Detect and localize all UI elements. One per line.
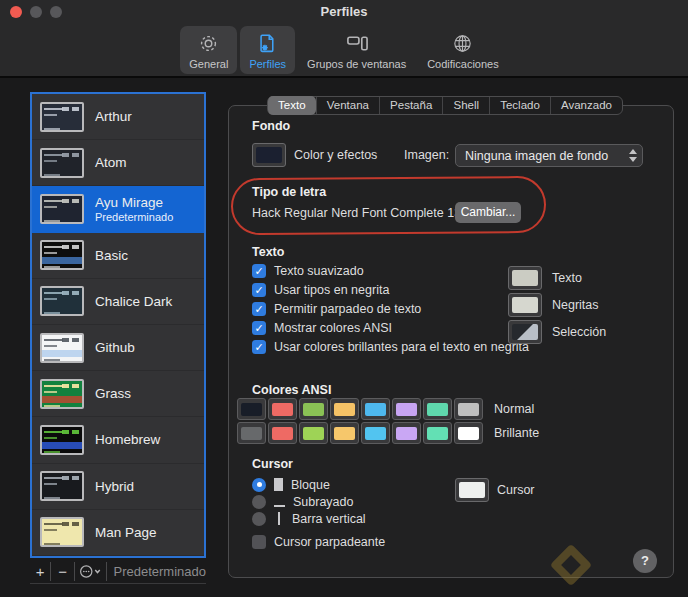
thumb-detail xyxy=(62,430,69,434)
thumb-detail xyxy=(44,246,63,248)
well-row-negritas: Negritas xyxy=(508,293,606,317)
window-title: Perfiles xyxy=(0,0,688,22)
thumb-detail xyxy=(72,245,79,249)
ansi-normal-color-6[interactable] xyxy=(423,398,452,420)
profile-document-icon xyxy=(256,31,279,57)
thumb-detail xyxy=(72,153,79,157)
thumb-detail xyxy=(44,154,63,156)
checkbox-label: Mostrar colores ANSI xyxy=(274,321,392,335)
checkbox-permitir-parpadeo-de-texto[interactable]: ✓ xyxy=(252,302,266,316)
tab-shell[interactable]: Shell xyxy=(442,97,489,114)
ansi-normal-color-2[interactable] xyxy=(299,398,328,420)
profile-row-text: Man Page xyxy=(95,525,157,540)
profile-thumbnail xyxy=(40,471,84,501)
checkbox-label: Permitir parpadeo de texto xyxy=(274,302,421,316)
radio-barra-vertical[interactable] xyxy=(252,512,266,526)
profile-row-text: Basic xyxy=(95,248,128,263)
profile-row-ayu-mirage[interactable]: Ayu MiragePredeterminado xyxy=(32,186,204,232)
ansi-brillante-color-3[interactable] xyxy=(330,422,359,444)
ansi-normal-color-7[interactable] xyxy=(454,398,483,420)
checkbox-cursor-parpadeante[interactable] xyxy=(252,535,266,549)
toolbar-item-label: General xyxy=(189,58,228,70)
profile-row-hybrid[interactable]: Hybrid xyxy=(32,464,204,510)
profile-thumbnail xyxy=(40,240,84,270)
ansi-normal-color-5[interactable] xyxy=(392,398,421,420)
checkbox-usar-colores-brillantes-para-el-texto-en-negrita[interactable]: ✓ xyxy=(252,340,266,354)
radio-label: Bloque xyxy=(291,478,330,492)
toolbar-item-codificaciones[interactable]: Codificaciones xyxy=(418,26,508,74)
ansi-brillante-color-7[interactable] xyxy=(454,422,483,444)
tab-avanzado[interactable]: Avanzado xyxy=(550,97,622,114)
ansi-brillante-color-4[interactable] xyxy=(361,422,390,444)
ansi-normal-color-0[interactable] xyxy=(237,398,266,420)
checkbox-label: Cursor parpadeante xyxy=(274,535,385,549)
profile-row-chalice-dark[interactable]: Chalice Dark xyxy=(32,279,204,325)
checkbox-usar-tipos-en-negrita[interactable]: ✓ xyxy=(252,283,266,297)
tab-teclado[interactable]: Teclado xyxy=(489,97,550,114)
well-label: Selección xyxy=(552,325,606,339)
color-swatch xyxy=(303,403,324,416)
ansi-normal-color-4[interactable] xyxy=(361,398,390,420)
profile-row-atom[interactable]: Atom xyxy=(32,140,204,186)
profile-row-text: Hybrid xyxy=(95,479,134,494)
profile-row-text: Arthur xyxy=(95,109,132,124)
thumb-detail xyxy=(44,339,63,341)
toolbar-item-label: Perfiles xyxy=(249,58,286,70)
add-profile-button[interactable]: + xyxy=(30,560,50,583)
radio-subrayado[interactable] xyxy=(252,495,266,509)
texto-color-well[interactable] xyxy=(508,266,542,290)
ansi-brillante-color-5[interactable] xyxy=(392,422,421,444)
radio-label: Barra vertical xyxy=(292,512,366,526)
profile-row-man-page[interactable]: Man Page xyxy=(32,510,204,556)
ansi-normal-color-3[interactable] xyxy=(330,398,359,420)
profile-row-github[interactable]: Github xyxy=(32,325,204,371)
thumb-detail xyxy=(44,543,60,545)
thumb-detail xyxy=(44,497,60,499)
cursor-color-well[interactable] xyxy=(455,478,489,502)
profile-row-text: Github xyxy=(95,340,135,355)
background-image-dropdown[interactable]: Ninguna imagen de fondo xyxy=(455,144,643,167)
profile-name: Homebrew xyxy=(95,432,160,447)
tab-ventana[interactable]: Ventana xyxy=(316,97,379,114)
toolbar-item-grupos-de-ventanas[interactable]: Grupos de ventanas xyxy=(298,26,415,74)
profile-thumbnail xyxy=(40,102,84,132)
checkbox-mostrar-colores-ansi[interactable]: ✓ xyxy=(252,321,266,335)
ansi-brillante-color-2[interactable] xyxy=(299,422,328,444)
ansi-normal-color-1[interactable] xyxy=(268,398,297,420)
tab-texto[interactable]: Texto xyxy=(268,96,316,115)
profile-list-footer: + − Predeterminado xyxy=(30,560,206,584)
set-default-button[interactable]: Predeterminado xyxy=(106,560,206,583)
profile-name: Ayu Mirage xyxy=(95,195,173,210)
background-color-well[interactable] xyxy=(252,143,286,167)
selecci-n-color-well[interactable] xyxy=(508,320,542,344)
terminal-preferences-window: Perfiles GeneralPerfilesGrupos de ventan… xyxy=(0,0,688,597)
radio-bloque[interactable] xyxy=(252,478,266,492)
profile-row-basic[interactable]: Basic xyxy=(32,233,204,279)
ansi-brillante-color-0[interactable] xyxy=(237,422,266,444)
color-swatch xyxy=(396,427,417,440)
color-swatch xyxy=(427,427,448,440)
checkbox-texto-suavizado[interactable]: ✓ xyxy=(252,264,266,278)
help-button[interactable]: ? xyxy=(633,549,657,573)
thumb-detail xyxy=(42,442,82,449)
profile-name: Man Page xyxy=(95,525,157,540)
profile-row-text: Atom xyxy=(95,155,127,170)
profile-row-arthur[interactable]: Arthur xyxy=(32,94,204,140)
ansi-brillante-color-1[interactable] xyxy=(268,422,297,444)
profile-name: Hybrid xyxy=(95,479,134,494)
background-image-value: Ninguna imagen de fondo xyxy=(465,149,608,163)
remove-profile-button[interactable]: − xyxy=(51,560,74,583)
toolbar-item-perfiles[interactable]: Perfiles xyxy=(240,26,295,74)
ansi-brillante-color-6[interactable] xyxy=(423,422,452,444)
thumb-detail xyxy=(44,405,60,407)
negritas-color-well[interactable] xyxy=(508,293,542,317)
profile-name: Github xyxy=(95,340,135,355)
thumb-detail xyxy=(62,476,69,480)
profile-row-homebrew[interactable]: Homebrew xyxy=(32,417,204,463)
toolbar-item-general[interactable]: General xyxy=(180,26,237,74)
profile-row-grass[interactable]: Grass xyxy=(32,371,204,417)
color-swatch xyxy=(272,403,293,416)
profile-actions-menu-button[interactable] xyxy=(75,560,106,583)
ansi-row-normal: Normal xyxy=(237,398,539,420)
tab-pesta-a[interactable]: Pestaña xyxy=(379,97,442,114)
